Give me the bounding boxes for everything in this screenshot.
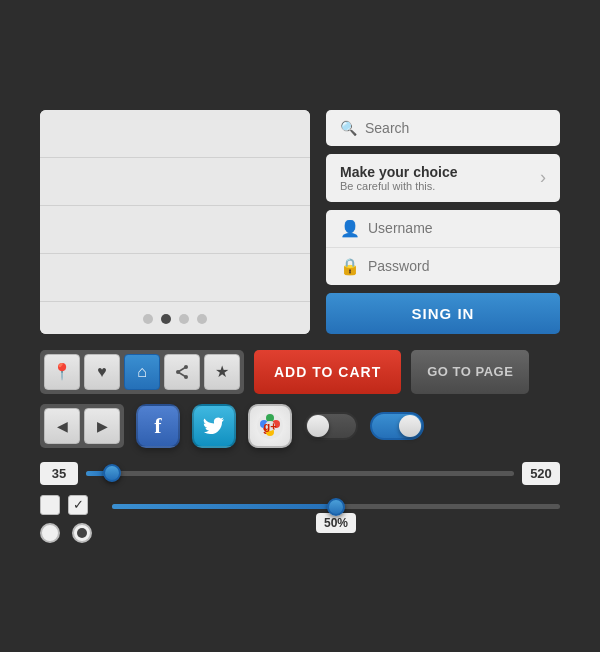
chevron-right-icon: › [540, 167, 546, 188]
slider-thumb-1[interactable] [103, 464, 121, 482]
slider-fill-2 [112, 504, 336, 509]
username-input[interactable] [368, 220, 546, 236]
checkbox-unchecked[interactable] [40, 495, 60, 515]
choice-box[interactable]: Make your choice Be careful with this. › [326, 154, 560, 202]
form-panel: 🔍 Make your choice Be careful with this.… [326, 110, 560, 334]
slider-2-container: 50% [112, 504, 560, 533]
password-input[interactable] [368, 258, 546, 274]
lock-icon: 🔒 [340, 257, 358, 276]
home-button[interactable]: ⌂ [124, 354, 160, 390]
slider-2-value: 50% [316, 513, 356, 533]
icon-button-group: 📍 ♥ ⌂ ★ [40, 350, 244, 394]
facebook-icon: f [154, 413, 161, 439]
choice-subtitle: Be careful with this. [340, 180, 458, 192]
radio-row [40, 523, 92, 543]
search-input[interactable] [365, 120, 546, 136]
dot-3[interactable] [179, 314, 189, 324]
toggle-track-off[interactable] [304, 412, 358, 440]
slider-row-1: 35 520 [40, 462, 560, 485]
checkbox-checked[interactable]: ✓ [68, 495, 88, 515]
arrow-button-group: ◀ ▶ [40, 404, 124, 448]
radio-selected[interactable] [72, 523, 92, 543]
bottom-row: ✓ 50% [40, 495, 560, 543]
toggle-on[interactable] [370, 412, 424, 440]
prev-button[interactable]: ◀ [44, 408, 80, 444]
checkbox-radio-group: ✓ [40, 495, 92, 543]
add-to-cart-button[interactable]: ADD TO CART [254, 350, 401, 394]
twitter-button[interactable] [192, 404, 236, 448]
dot-2[interactable] [161, 314, 171, 324]
slider-2[interactable] [112, 504, 560, 509]
login-box: 👤 🔒 [326, 210, 560, 285]
slider-max-value: 520 [522, 462, 560, 485]
google-plus-button[interactable]: g+ g+ [248, 404, 292, 448]
checkbox-row: ✓ [40, 495, 92, 515]
slider-min-value: 35 [40, 462, 78, 485]
svg-text:g+: g+ [263, 420, 276, 432]
svg-line-3 [178, 367, 186, 372]
password-field: 🔒 [326, 248, 560, 285]
dot-4[interactable] [197, 314, 207, 324]
dot-1[interactable] [143, 314, 153, 324]
carousel-image [40, 110, 310, 304]
carousel-panel [40, 110, 310, 334]
username-field: 👤 [326, 210, 560, 248]
share-button[interactable] [164, 354, 200, 390]
toggle-thumb-off [307, 415, 329, 437]
heart-button[interactable]: ♥ [84, 354, 120, 390]
search-icon: 🔍 [340, 120, 357, 136]
toggle-thumb-on [399, 415, 421, 437]
toggle-off[interactable] [304, 412, 358, 440]
slider-track-1 [86, 471, 514, 476]
search-box: 🔍 [326, 110, 560, 146]
choice-title: Make your choice [340, 164, 458, 180]
facebook-button[interactable]: f [136, 404, 180, 448]
twitter-icon [203, 417, 225, 435]
slider-1[interactable] [86, 463, 514, 483]
google-plus-icon: g+ g+ [256, 412, 284, 440]
go-to-page-button[interactable]: GO TO PAGE [411, 350, 529, 394]
location-button[interactable]: 📍 [44, 354, 80, 390]
slider-thumb-2[interactable] [327, 498, 345, 516]
signin-button[interactable]: SING IN [326, 293, 560, 334]
svg-line-4 [178, 372, 186, 377]
radio-unselected[interactable] [40, 523, 60, 543]
next-button[interactable]: ▶ [84, 408, 120, 444]
star-button[interactable]: ★ [204, 354, 240, 390]
middle-row: 📍 ♥ ⌂ ★ ADD TO CART GO TO PAGE [40, 350, 560, 394]
user-icon: 👤 [340, 219, 358, 238]
choice-text: Make your choice Be careful with this. [340, 164, 458, 192]
share-icon [174, 364, 190, 380]
toggle-track-on[interactable] [370, 412, 424, 440]
third-row: ◀ ▶ f g+ g+ [40, 404, 560, 448]
carousel-dots [40, 304, 310, 334]
